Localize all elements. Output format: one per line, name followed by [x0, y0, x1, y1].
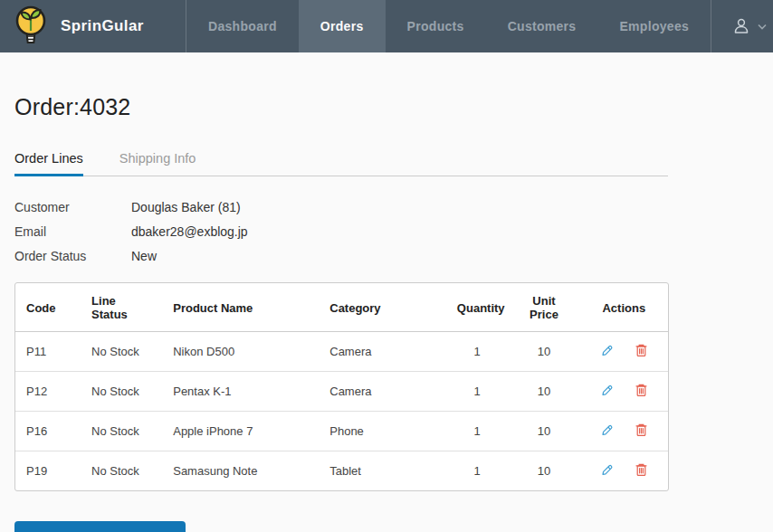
table-row: P16 No Stock Apple iPhone 7 Phone 1 10: [15, 412, 668, 451]
cell-line-status: No Stock: [81, 412, 162, 451]
cell-category: Phone: [319, 412, 446, 451]
cell-line-status: No Stock: [81, 332, 162, 372]
email-label: Email: [14, 224, 131, 239]
cell-quantity: 1: [446, 372, 508, 412]
page-title: Order:4032: [14, 94, 759, 120]
edit-button[interactable]: [600, 383, 615, 400]
order-lines-table: Code Line Status Product Name Category Q…: [14, 282, 669, 491]
cell-unit-price: 10: [508, 332, 579, 372]
cell-code: P11: [15, 332, 81, 372]
delete-button[interactable]: [635, 383, 648, 400]
brand-title: SprinGular: [61, 17, 144, 35]
cell-category: Tablet: [319, 451, 446, 490]
delete-button[interactable]: [635, 343, 648, 360]
table-row: P12 No Stock Pentax K-1 Camera 1 10: [15, 372, 668, 412]
cell-quantity: 1: [446, 451, 508, 490]
tab-order-lines[interactable]: Order Lines: [14, 151, 83, 176]
cell-line-status: No Stock: [81, 372, 162, 412]
cell-category: Camera: [319, 372, 446, 412]
nav-item-employees[interactable]: Employees: [597, 0, 711, 52]
pencil-icon: [600, 426, 615, 440]
table-row: P19 No Stock Samasung Note Tablet 1 10: [15, 451, 668, 490]
edit-button[interactable]: [600, 343, 615, 360]
column-header-code: Code: [15, 283, 81, 332]
main-nav: Dashboard Orders Products Customers Empl…: [186, 0, 711, 52]
cell-quantity: 1: [446, 332, 508, 372]
order-status-value: New: [131, 249, 157, 263]
order-status-label: Order Status: [14, 249, 131, 263]
email-value: dbaker28@exblog.jp: [131, 224, 248, 239]
trash-icon: [635, 466, 648, 480]
column-header-unit-price: Unit Price: [508, 283, 579, 332]
nav-item-orders[interactable]: Orders: [299, 0, 386, 52]
column-header-line-status: Line Status: [81, 283, 162, 332]
brand[interactable]: SprinGular: [0, 0, 186, 52]
cell-product-name: Nikon D500: [162, 332, 319, 372]
delete-button[interactable]: [635, 462, 648, 480]
tabs-bar: Order Lines Shipping Info: [14, 151, 668, 176]
edit-button[interactable]: [600, 423, 615, 440]
cell-quantity: 1: [446, 412, 508, 451]
column-header-category: Category: [319, 283, 446, 332]
column-header-product-name: Product Name: [162, 283, 319, 332]
table-row: P11 No Stock Nikon D500 Camera 1 10: [15, 332, 668, 372]
pencil-icon: [600, 466, 615, 480]
cell-product-name: Apple iPhone 7: [162, 412, 319, 451]
table-header-row: Code Line Status Product Name Category Q…: [15, 283, 668, 332]
pencil-icon: [600, 386, 615, 400]
trash-icon: [635, 426, 648, 440]
detail-row-email: Email dbaker28@exblog.jp: [14, 224, 759, 239]
customer-value: Douglas Baker (81): [131, 200, 241, 214]
app-header: SprinGular Dashboard Orders Products Cus…: [0, 0, 773, 52]
customer-label: Customer: [14, 200, 131, 214]
cell-code: P19: [15, 451, 81, 490]
cell-line-status: No Stock: [81, 451, 162, 490]
tab-shipping-info[interactable]: Shipping Info: [119, 151, 196, 176]
order-detail-page: Order:4032 Order Lines Shipping Info Cus…: [0, 94, 773, 532]
delete-button[interactable]: [635, 423, 648, 440]
column-header-quantity: Quantity: [446, 283, 508, 332]
user-menu[interactable]: [711, 0, 773, 52]
cell-unit-price: 10: [508, 451, 579, 490]
cell-code: P16: [15, 412, 81, 451]
nav-item-customers[interactable]: Customers: [486, 0, 598, 52]
order-details: Customer Douglas Baker (81) Email dbaker…: [14, 200, 759, 263]
cell-product-name: Pentax K-1: [162, 372, 319, 412]
chevron-down-icon: [758, 24, 767, 30]
cell-product-name: Samasung Note: [162, 451, 319, 490]
detail-row-order-status: Order Status New: [14, 249, 759, 263]
trash-icon: [635, 386, 648, 400]
user-icon: [730, 15, 752, 37]
lightbulb-leaf-logo: [13, 5, 49, 47]
column-header-actions: Actions: [580, 283, 668, 332]
cell-category: Camera: [319, 332, 446, 372]
detail-row-customer: Customer Douglas Baker (81): [14, 200, 759, 214]
nav-item-dashboard[interactable]: Dashboard: [186, 0, 299, 52]
nav-item-products[interactable]: Products: [386, 0, 486, 52]
cell-unit-price: 10: [508, 372, 579, 412]
edit-button[interactable]: [600, 462, 615, 480]
cell-unit-price: 10: [508, 412, 579, 451]
pencil-icon: [600, 347, 615, 360]
trash-icon: [635, 347, 648, 360]
back-to-orders-button[interactable]: Back to Orders: [14, 521, 186, 532]
cell-code: P12: [15, 372, 81, 412]
